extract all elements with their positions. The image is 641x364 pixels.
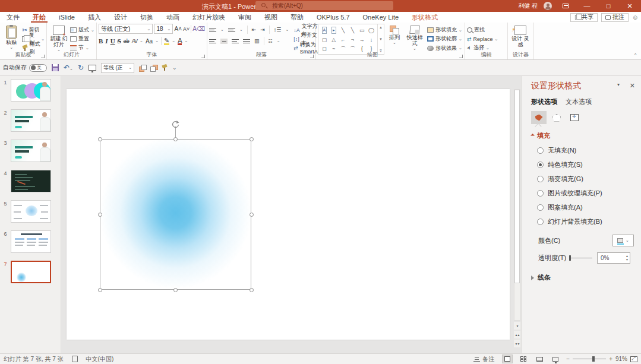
columns-more-icon[interactable]: ☷ [269, 39, 273, 44]
paste-button[interactable]: 粘贴⌄ [2, 24, 21, 52]
minimize-button[interactable]: — [579, 0, 595, 12]
slide-thumb-7[interactable]: 7 [0, 261, 61, 283]
design-ideas-button[interactable]: 设计 灵感 [510, 24, 531, 52]
qat-font-combo[interactable]: 等线 (正⌄ [101, 63, 134, 73]
shape-item[interactable]: ╲ [342, 27, 345, 33]
clear-formatting-icon[interactable]: A⌫ [192, 26, 205, 32]
size-properties-icon[interactable] [567, 111, 582, 124]
tab-slideshow[interactable]: 幻灯片放映 [186, 12, 232, 23]
fill-option-pattern-fill[interactable]: 图案填充(A) [537, 203, 641, 212]
send-backward-icon[interactable] [150, 65, 157, 71]
resize-handle-sw[interactable] [98, 288, 102, 292]
tab-file[interactable]: 文件 [0, 12, 26, 23]
shapes-scroll-up-icon[interactable]: ▲ [379, 26, 383, 29]
shape-item[interactable]: ╲ [351, 27, 354, 33]
resize-handle-n[interactable] [173, 137, 178, 141]
slide-sorter-view-button[interactable] [518, 354, 529, 363]
selection-bounding-box[interactable] [100, 139, 251, 290]
shape-outline-button[interactable]: 形状轮廓⌄ [427, 35, 462, 43]
strikethrough-button[interactable]: S [118, 37, 121, 45]
qat-customize-icon[interactable]: ⌄ [172, 66, 177, 69]
quick-styles-button[interactable]: 快速样式⌄ [405, 24, 425, 52]
fill-section-header[interactable]: 填充 [531, 131, 641, 140]
justify-icon[interactable] [243, 39, 250, 43]
font-color-button[interactable]: A [178, 37, 182, 45]
resize-handle-ne[interactable] [250, 137, 254, 141]
resize-handle-nw[interactable] [98, 137, 102, 141]
find-button[interactable]: 查找 [467, 26, 498, 34]
shape-fill-button[interactable]: 形状填充⌄ [427, 26, 462, 34]
resize-handle-se[interactable] [250, 288, 254, 292]
tab-transitions[interactable]: 切换 [134, 12, 160, 23]
previous-slide-icon[interactable]: ▲▲ [514, 331, 520, 338]
align-left-icon[interactable] [209, 39, 216, 43]
shadow-button[interactable]: ab [124, 38, 130, 44]
fill-option-background-fill[interactable]: 幻灯片背景填充(B) [537, 217, 641, 226]
change-case-button[interactable]: Aa [146, 38, 153, 45]
replace-button[interactable]: ⇄Replace⌄ [467, 35, 498, 43]
fill-option-picture-fill[interactable]: 图片或纹理填充(P) [537, 189, 641, 198]
zoom-out-icon[interactable]: − [566, 356, 570, 362]
font-name-combo[interactable]: 等线 (正文)⌄ [99, 24, 153, 34]
tab-onekey[interactable]: OneKey Lite [356, 12, 406, 23]
increase-indent-icon[interactable]: ⇥ [260, 27, 265, 33]
shape-item[interactable]: ▢ [322, 37, 327, 43]
redo-icon[interactable]: ↻ [78, 64, 84, 72]
feedback-smiley-icon[interactable]: ☺ [632, 14, 639, 21]
comments-button[interactable]: 批注 [601, 13, 629, 22]
slideshow-view-button[interactable] [550, 354, 561, 363]
panel-tab-shape-options[interactable]: 形状选项 [531, 97, 557, 106]
qat-format-painter-icon[interactable] [162, 65, 168, 71]
drawing-dialog-launcher[interactable] [459, 55, 463, 58]
fill-option-solid-fill[interactable]: 纯色填充(S) [537, 160, 641, 169]
scrollbar-thumb[interactable] [514, 90, 520, 283]
clipboard-dialog-launcher[interactable] [41, 55, 45, 58]
resize-handle-e[interactable] [250, 213, 254, 217]
slide-thumb-3[interactable]: 3 [0, 140, 61, 162]
panel-tab-text-options[interactable]: 文本选项 [566, 97, 592, 106]
fit-to-window-icon[interactable] [630, 356, 637, 362]
scroll-down-icon[interactable]: ▼ [514, 322, 520, 330]
underline-button[interactable]: U [110, 37, 115, 45]
line-section-header[interactable]: 线条 [531, 273, 641, 282]
slide-thumb-4[interactable]: 4 [0, 170, 61, 192]
tab-insert[interactable]: 插入 [81, 12, 108, 23]
shape-item[interactable]: ⌐ [342, 37, 345, 43]
tab-home[interactable]: 开始 [26, 12, 52, 23]
shape-item[interactable]: ◯ [368, 27, 374, 33]
tab-help[interactable]: 帮助 [284, 12, 310, 23]
slide-thumb-1[interactable]: 1 [0, 79, 61, 102]
shape-item[interactable]: ▭ [359, 27, 365, 33]
tab-islide[interactable]: iSlide [52, 12, 81, 23]
spin-down-icon[interactable]: ▼ [626, 258, 629, 261]
zoom-slider-thumb[interactable] [592, 356, 595, 362]
highlight-color-button[interactable]: ✎ [164, 37, 169, 45]
rotation-handle[interactable] [171, 120, 180, 129]
resize-handle-s[interactable] [173, 288, 178, 292]
notes-button[interactable]: 备注 [473, 355, 494, 363]
bold-button[interactable]: B [99, 37, 103, 45]
autosave-toggle[interactable]: 关 [29, 64, 47, 72]
canvas-vertical-scrollbar[interactable] [514, 89, 520, 321]
language-indicator[interactable]: 中文(中国) [86, 355, 114, 363]
fill-option-gradient-fill[interactable]: 渐变填充(G) [537, 175, 641, 183]
bullets-icon[interactable] [209, 28, 216, 32]
decrease-indent-icon[interactable]: ⇤ [252, 27, 257, 33]
slide-thumb-2[interactable]: 2 [0, 109, 61, 132]
italic-button[interactable]: I [105, 37, 108, 45]
line-spacing-icon[interactable]: ↕☰ [274, 27, 282, 33]
zoom-in-icon[interactable]: + [609, 356, 612, 362]
slide-canvas[interactable]: ▼ ▲▲ ▼▼ [61, 76, 522, 353]
new-slide-button[interactable]: 新建 幻灯片⌄ [49, 24, 69, 52]
font-size-combo[interactable]: 18⌄ [154, 24, 173, 34]
search-box[interactable]: 搜索(Alt+Q) [255, 1, 393, 10]
fill-option-no-fill[interactable]: 无填充(N) [537, 146, 641, 155]
ribbon-display-options-button[interactable] [558, 0, 573, 12]
align-right-icon[interactable] [232, 39, 239, 43]
zoom-percentage[interactable]: 91% [615, 356, 627, 362]
transparency-slider[interactable] [570, 258, 592, 258]
undo-button[interactable]: ↶⌄ [64, 64, 73, 72]
zoom-slider[interactable] [573, 359, 606, 359]
panel-close-icon[interactable]: ✕ [630, 82, 635, 90]
effects-icon[interactable] [549, 111, 564, 124]
